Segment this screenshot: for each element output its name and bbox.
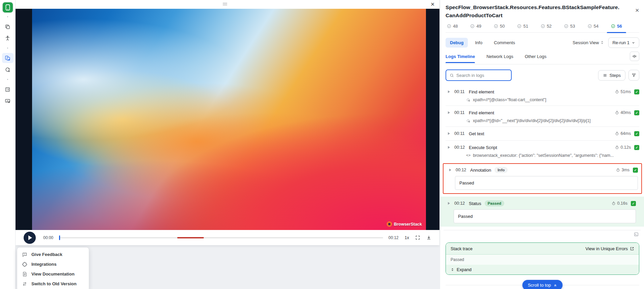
run-tab-49[interactable]: 49 [469, 23, 482, 29]
log-row-get-text[interactable]: 00:11 Get text 64ms ✓ [446, 127, 639, 141]
tab-debug[interactable]: Debug [446, 38, 468, 48]
session-video[interactable]: BrowserStack [16, 9, 439, 230]
seek-bar[interactable] [59, 235, 383, 240]
view-unique-errors-link[interactable]: View in Unique Errors [586, 246, 634, 251]
run-tab-56-active[interactable]: 56 [610, 23, 623, 29]
log-action: Execute Script [469, 145, 497, 150]
stack-trace-expand-button[interactable]: Expand [446, 265, 639, 274]
log-time: 00:11 [454, 131, 468, 136]
tab-info[interactable]: Info [471, 38, 487, 48]
stack-trace-title: Stack trace [451, 246, 473, 251]
status-body: Passed [454, 209, 636, 223]
search-input[interactable] [456, 73, 504, 78]
menu-item-integrations[interactable]: Integrations [17, 259, 89, 269]
video-close-button[interactable]: ✕ [430, 1, 435, 7]
menu-item-give-feedback[interactable]: Give Feedback [17, 250, 89, 259]
current-time: 00:00 [43, 235, 53, 240]
log-duration: 3ms [616, 168, 629, 172]
play-button[interactable] [24, 232, 36, 244]
main-tabs-row: Debug Info Comments Session View Re-run … [446, 37, 639, 48]
run-tab-53[interactable]: 53 [563, 23, 576, 29]
search-box[interactable] [446, 69, 512, 81]
log-row-annotation-highlighted[interactable]: 00:12 Annotation Info 3ms ✓ Passed [443, 163, 642, 194]
devices-settings-icon[interactable] [2, 53, 14, 63]
steps-button[interactable]: Steps [598, 70, 625, 81]
menu-item-label: View Documentation [31, 271, 75, 277]
run-tab-51[interactable]: 51 [516, 23, 529, 29]
run-tab-54[interactable]: 54 [586, 23, 600, 29]
browserstack-watermark: BrowserStack [387, 222, 422, 227]
log-time: 00:11 [454, 110, 468, 115]
menu-item-view-documentation[interactable]: View Documentation [17, 269, 89, 279]
log-action: Find element [469, 89, 494, 94]
log-duration: 0.16s [612, 201, 627, 206]
terminal-icon[interactable] [634, 232, 639, 237]
run-tabs: 48 49 50 51 52 53 54 56 [446, 23, 639, 33]
log-row-execute-script[interactable]: 00:12 Execute Script 0.12s ✓ <> browsers… [446, 141, 639, 161]
seek-red-marker [177, 237, 204, 238]
stack-trace-section: Stack trace View in Unique Errors Passed… [446, 242, 639, 275]
scroll-to-top-button[interactable]: Scroll to top [522, 280, 563, 289]
tab-other-logs[interactable]: Other Logs [525, 54, 546, 63]
expand-caret-icon[interactable] [449, 168, 452, 172]
switch-icon [22, 281, 27, 287]
log-detail-xpath: xpath=//*[@id="__next"]/div/div/div[2]/d… [466, 118, 639, 123]
double-chevron-up-icon [553, 283, 557, 287]
annotation-body: Passed [455, 176, 638, 190]
run-tab-52[interactable]: 52 [539, 23, 553, 29]
expand-caret-icon[interactable] [448, 111, 450, 114]
menu-item-label: Give Feedback [31, 252, 62, 257]
log-action: Find element [469, 110, 494, 115]
filter-button[interactable] [628, 70, 639, 81]
log-row-find-element-1[interactable]: 00:11 Find element 51ms ✓ xpath=//*[@cla… [446, 85, 639, 106]
screen-settings-icon[interactable] [2, 96, 14, 106]
log-duration: 51ms [615, 89, 631, 94]
expand-caret-icon[interactable] [448, 90, 450, 93]
log-detail-script: <> browserstack_executor: {"action": "se… [466, 153, 639, 158]
log-search-row: Steps [446, 69, 639, 81]
chevron-down-icon [632, 41, 635, 45]
fullscreen-button[interactable] [415, 235, 420, 240]
run-tab-50[interactable]: 50 [492, 23, 506, 29]
video-panel: ✕ BrowserStack 00:00 00:12 1x [16, 0, 439, 245]
log-row-find-element-2[interactable]: 00:11 Find element 40ms ✓ xpath=//*[@id=… [446, 106, 639, 127]
run-tab-48[interactable]: 48 [446, 23, 459, 29]
info-badge: Info [494, 167, 508, 173]
tab-comments[interactable]: Comments [489, 38, 519, 48]
log-time: 00:11 [454, 89, 468, 94]
audio-toggle-button[interactable] [630, 52, 639, 61]
session-view-selector[interactable]: Session View [573, 40, 605, 45]
log-row-status[interactable]: 00:12 Status Passed 0.16s ✓ Passed [440, 197, 644, 227]
log-tabs-row: Logs Timeline Network Logs Other Logs [446, 53, 639, 64]
menu-item-switch-old-version[interactable]: Switch to Old Version [17, 279, 89, 289]
expand-caret-icon[interactable] [448, 146, 450, 149]
code-icon: <> [466, 153, 471, 157]
expand-caret-icon[interactable] [448, 132, 450, 135]
seek-track [59, 237, 383, 238]
panel-close-button[interactable]: ✕ [635, 7, 639, 13]
log-time: 00:12 [454, 145, 468, 150]
log-action: Get text [469, 131, 484, 136]
expand-caret-icon[interactable] [448, 202, 450, 205]
stopwatch-icon [612, 201, 616, 205]
browserstack-app-logo-icon[interactable] [3, 2, 13, 12]
tab-network-logs[interactable]: Network Logs [486, 54, 513, 63]
rerun-dropdown-button[interactable]: Re-run 1 [608, 37, 639, 48]
puzzle-icon [22, 262, 27, 267]
drag-handle-icon[interactable] [223, 3, 227, 5]
stopwatch-icon [615, 111, 619, 115]
stopwatch-icon [615, 145, 619, 149]
sidebar-divider-dot [7, 16, 8, 17]
funnel-icon [632, 73, 636, 78]
log-duration: 40ms [615, 110, 631, 115]
playback-speed-button[interactable]: 1x [405, 235, 409, 240]
playhead[interactable] [59, 235, 60, 240]
expand-arrows-icon [451, 267, 454, 272]
report-icon[interactable] [2, 84, 14, 94]
sync-settings-icon[interactable] [2, 64, 14, 75]
tab-logs-timeline[interactable]: Logs Timeline [446, 54, 475, 63]
download-button[interactable] [426, 235, 431, 240]
accessibility-icon[interactable] [2, 33, 14, 43]
selenium-success-icon: ✓ [634, 145, 639, 150]
copy-icon[interactable] [2, 22, 14, 32]
